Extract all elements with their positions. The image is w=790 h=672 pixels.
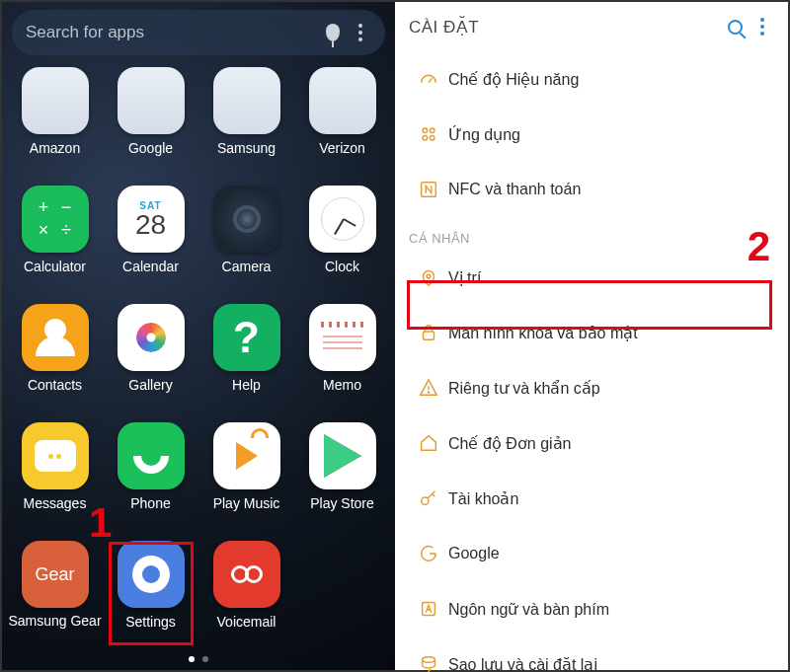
svg-point-2 bbox=[423, 135, 428, 140]
backup-icon bbox=[418, 653, 439, 672]
more-options-icon[interactable] bbox=[350, 24, 371, 41]
nfc-icon bbox=[418, 179, 439, 200]
settings-icon bbox=[118, 541, 185, 608]
more-options-icon[interactable] bbox=[749, 18, 776, 36]
settings-item-backup[interactable]: Sao lưu và cài đặt lại bbox=[395, 636, 788, 672]
folder-icon bbox=[309, 67, 376, 134]
play-store-icon bbox=[309, 422, 376, 489]
app-drawer-screen: Search for apps Amazon Google Samsung Ve… bbox=[2, 2, 395, 670]
folder-icon bbox=[213, 67, 280, 134]
search-placeholder: Search for apps bbox=[26, 23, 316, 42]
app-amazon[interactable]: Amazon bbox=[8, 67, 102, 184]
settings-item-nfc[interactable]: NFC và thanh toán bbox=[395, 162, 788, 217]
settings-screen: CÀI ĐẶT Chế độ Hiệu năng Ứng dụng NFC và… bbox=[395, 2, 788, 670]
app-google[interactable]: Google bbox=[104, 67, 198, 184]
settings-item-google[interactable]: Google bbox=[395, 526, 788, 581]
app-contacts[interactable]: Contacts bbox=[8, 304, 102, 420]
app-help[interactable]: ?Help bbox=[199, 304, 293, 420]
search-icon[interactable] bbox=[721, 20, 749, 35]
app-samsung-gear[interactable]: GearSamsung Gear bbox=[8, 541, 102, 657]
contacts-icon bbox=[22, 304, 89, 371]
phone-icon bbox=[118, 422, 185, 489]
language-icon bbox=[418, 598, 439, 620]
key-icon bbox=[418, 487, 439, 509]
gear-app-icon: Gear bbox=[22, 541, 89, 608]
settings-header: CÀI ĐẶT bbox=[395, 2, 788, 51]
settings-item-apps[interactable]: Ứng dụng bbox=[395, 107, 788, 162]
messages-icon bbox=[22, 422, 89, 489]
lock-icon bbox=[418, 322, 439, 343]
app-camera[interactable]: Camera bbox=[199, 186, 293, 302]
folder-icon bbox=[22, 67, 89, 134]
location-icon bbox=[418, 266, 439, 288]
svg-point-3 bbox=[430, 135, 434, 140]
memo-icon bbox=[309, 304, 376, 371]
google-icon bbox=[418, 543, 439, 564]
app-grid: Amazon Google Samsung Verizon +−×÷Calcul… bbox=[2, 61, 395, 657]
gauge-icon bbox=[418, 68, 439, 90]
svg-point-10 bbox=[423, 657, 435, 663]
svg-rect-6 bbox=[424, 332, 434, 339]
settings-item-location[interactable]: Vị trí bbox=[395, 250, 788, 305]
settings-item-lock-security[interactable]: Màn hình khóa và bảo mật bbox=[395, 305, 788, 360]
settings-item-performance[interactable]: Chế độ Hiệu năng bbox=[395, 51, 788, 107]
home-icon bbox=[418, 432, 439, 454]
app-calendar[interactable]: SAT28Calendar bbox=[104, 186, 198, 302]
svg-point-8 bbox=[422, 497, 429, 504]
app-gallery[interactable]: Gallery bbox=[104, 304, 198, 420]
calendar-icon: SAT28 bbox=[118, 186, 185, 253]
svg-point-5 bbox=[427, 274, 431, 278]
app-samsung[interactable]: Samsung bbox=[199, 67, 293, 184]
grid-icon bbox=[418, 123, 439, 145]
settings-title: CÀI ĐẶT bbox=[409, 17, 721, 37]
voice-search-icon[interactable] bbox=[322, 24, 344, 41]
app-clock[interactable]: Clock bbox=[295, 186, 389, 302]
settings-item-privacy[interactable]: Riêng tư và khẩn cấp bbox=[395, 360, 788, 415]
app-calculator[interactable]: +−×÷Calculator bbox=[8, 186, 102, 302]
page-indicator bbox=[2, 656, 395, 662]
clock-icon bbox=[309, 186, 376, 253]
svg-point-0 bbox=[423, 128, 428, 133]
app-memo[interactable]: Memo bbox=[295, 304, 389, 420]
app-play-store[interactable]: Play Store bbox=[295, 422, 389, 539]
svg-point-7 bbox=[428, 392, 429, 393]
alert-icon bbox=[418, 377, 439, 399]
app-play-music[interactable]: Play Music bbox=[199, 422, 293, 539]
app-phone[interactable]: Phone bbox=[104, 422, 198, 539]
folder-icon bbox=[118, 67, 185, 134]
gallery-icon bbox=[118, 304, 185, 371]
tutorial-split-view: Search for apps Amazon Google Samsung Ve… bbox=[0, 0, 790, 672]
app-search-bar[interactable]: Search for apps bbox=[12, 10, 385, 55]
settings-item-language[interactable]: Ngôn ngữ và bàn phím bbox=[395, 581, 788, 636]
app-verizon[interactable]: Verizon bbox=[295, 67, 389, 184]
settings-item-easy-mode[interactable]: Chế độ Đơn giản bbox=[395, 415, 788, 471]
app-voicemail[interactable]: Voicemail bbox=[199, 541, 293, 657]
app-settings[interactable]: Settings bbox=[104, 541, 198, 657]
camera-icon bbox=[213, 186, 280, 253]
play-music-icon bbox=[213, 422, 280, 489]
settings-item-accounts[interactable]: Tài khoản bbox=[395, 471, 788, 526]
help-icon: ? bbox=[213, 304, 280, 371]
svg-point-1 bbox=[430, 128, 434, 133]
app-messages[interactable]: Messages bbox=[8, 422, 102, 539]
settings-section-personal: CÁ NHÂN bbox=[395, 217, 788, 250]
calculator-icon: +−×÷ bbox=[22, 186, 89, 253]
voicemail-icon bbox=[213, 541, 280, 608]
